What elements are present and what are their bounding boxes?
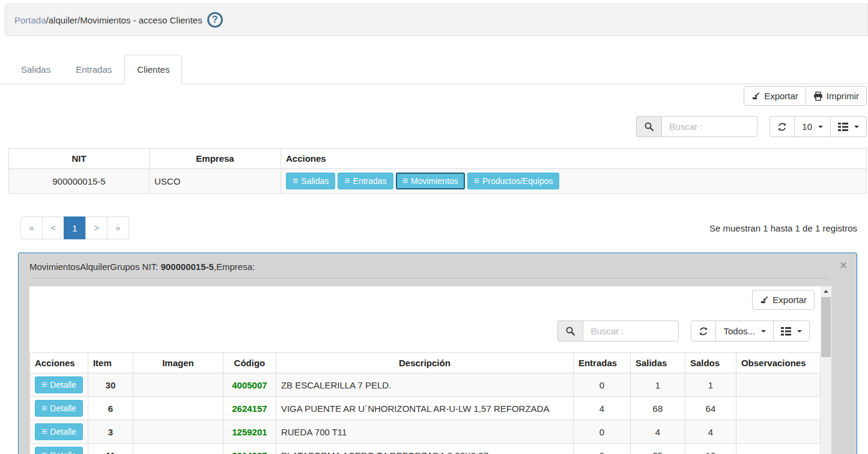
page-last-button[interactable]: » [107,216,129,239]
detalle-button-label: Detalle [50,380,76,390]
col-header-saldos: Saldos [685,353,736,373]
movements-panel: × MovimientosAlquilerGrupos NIT: 9000000… [18,253,857,454]
bars-icon: ≡ [41,403,47,413]
detalle-button[interactable]: ≡Detalle [35,423,83,440]
cell-imagen [133,444,223,454]
bars-icon: ≡ [474,176,479,186]
col-header-acciones: Acciones [30,353,88,373]
tab-clientes[interactable]: Clientes [124,55,182,84]
chevron-down-icon [854,126,859,128]
detalle-button[interactable]: ≡Detalle [35,376,83,393]
panel-columns-dropdown[interactable] [773,321,810,342]
movement-row: ≡Detalle62624157VIGA PUENTE AR U´NHORIZO… [30,397,821,420]
tab-bar: Salidas Entradas Clientes [0,54,868,84]
cell-saldos: 4 [685,420,736,444]
main-toolbar: Exportar Imprimir [0,86,868,106]
print-icon [813,91,823,101]
client-action-movimientos[interactable]: ≡Movimientos [396,173,465,189]
cell-entradas: 6 [573,444,630,454]
search-input[interactable] [661,116,757,137]
bars-icon: ≡ [41,450,47,454]
panel-scrollbar[interactable] [821,286,831,454]
records-summary: Se muestran 1 hasta 1 de 1 registros [709,223,857,233]
panel-page-size-value: Todos... [723,326,755,336]
col-header-empresa: Empresa [150,149,281,169]
cell-observaciones [736,397,820,420]
pagination: « < 1 > » [20,216,129,239]
bars-icon: ≡ [41,427,47,437]
panel-title-prefix: MovimientosAlquilerGrupos NIT: [29,262,160,272]
export-button[interactable]: Exportar [744,86,806,106]
cell-acciones: ≡Detalle [30,420,88,444]
cell-salidas: 68 [630,397,685,420]
cell-descripcion: VIGA PUENTE AR U´NHORIZONTAL AR-U-LW 1,5… [276,397,573,420]
scrollbar-thumb[interactable] [821,297,831,357]
panel-export-button[interactable]: Exportar [752,290,815,310]
close-icon[interactable]: × [840,259,847,271]
client-action-salidas[interactable]: ≡Salidas [286,173,335,189]
col-header-entradas: Entradas [573,353,630,373]
page-next-button[interactable]: > [85,216,108,239]
client-action-productos-equipos[interactable]: ≡Productos/Equipos [467,173,560,189]
page-1-button[interactable]: 1 [64,216,86,239]
clients-table-container: NIT Empresa Acciones 900000015-5 USCO ≡S… [0,148,868,194]
cell-item: 11 [88,444,133,454]
cell-codigo: 2624157 [223,397,276,420]
panel-search-input[interactable] [583,321,679,342]
chevron-down-icon [818,126,823,128]
cell-item: 6 [88,397,133,420]
client-action-entradas[interactable]: ≡Entradas [338,173,393,189]
main-search-row: 10 [0,116,868,137]
export-icon [760,295,769,304]
refresh-button[interactable] [769,116,795,137]
panel-search-row: Todos... [29,321,821,342]
columns-dropdown[interactable] [830,116,867,137]
page-first-button[interactable]: « [20,216,43,239]
detalle-button-label: Detalle [50,427,76,437]
detalle-button[interactable]: ≡Detalle [35,400,83,417]
clients-table: NIT Empresa Acciones 900000015-5 USCO ≡S… [8,148,867,194]
page-prev-button[interactable]: < [42,216,64,239]
client-action-entradas-label: Entradas [353,176,387,186]
cell-item: 3 [88,420,133,444]
tab-salidas[interactable]: Salidas [8,55,63,84]
detalle-button[interactable]: ≡Detalle [35,447,83,454]
list-columns-icon [781,327,791,336]
search-icon[interactable] [636,116,661,137]
movement-row: ≡Detalle31259201RUEDA 700 T11044 [30,420,821,444]
print-button[interactable]: Imprimir [806,86,867,106]
panel-page-size-dropdown[interactable]: Todos... [715,321,774,342]
scrollbar-up-arrow[interactable] [821,286,831,296]
export-button-label: Exportar [764,91,798,101]
movements-table: Acciones Item Imagen Código Descripción … [29,352,821,454]
col-header-nit: NIT [9,149,150,169]
cell-item: 30 [88,373,133,397]
client-action-movimientos-label: Movimientos [411,176,458,186]
movement-row: ≡Detalle304005007ZB ESCALERILLA 7 PELD.0… [30,373,821,397]
refresh-icon [699,327,708,336]
cell-observaciones [736,444,820,454]
page-size-dropdown[interactable]: 10 [794,116,831,137]
col-header-descripcion: Descripción [276,353,573,373]
tab-entradas[interactable]: Entradas [63,55,124,84]
cell-codigo: 4005007 [223,373,276,397]
cell-descripcion: ZB ESCALERILLA 7 PELD. [276,373,573,397]
panel-title-suffix: ,Empresa: [214,262,255,272]
movements-tbody: ≡Detalle304005007ZB ESCALERILLA 7 PELD.0… [30,373,821,454]
cell-entradas: 0 [573,420,630,444]
movement-row: ≡Detalle112614007PLATAFORMA ACERO T4 REF… [30,444,821,454]
panel-content: Exportar [29,286,821,454]
col-header-codigo: Código [223,353,276,373]
cell-entradas: 4 [573,397,630,420]
search-icon[interactable] [557,321,583,342]
detalle-button-label: Detalle [50,403,76,413]
bars-icon: ≡ [293,176,298,186]
cell-salidas: 1 [630,373,685,397]
col-header-salidas: Salidas [630,353,685,373]
page-size-value: 10 [802,121,812,132]
help-icon[interactable]: ? [207,12,223,28]
cell-acciones: ≡Detalle [30,373,88,397]
cell-acciones: ≡Detalle [30,397,88,420]
breadcrumb-link-portada[interactable]: Portada [14,15,46,25]
panel-refresh-button[interactable] [691,321,716,342]
